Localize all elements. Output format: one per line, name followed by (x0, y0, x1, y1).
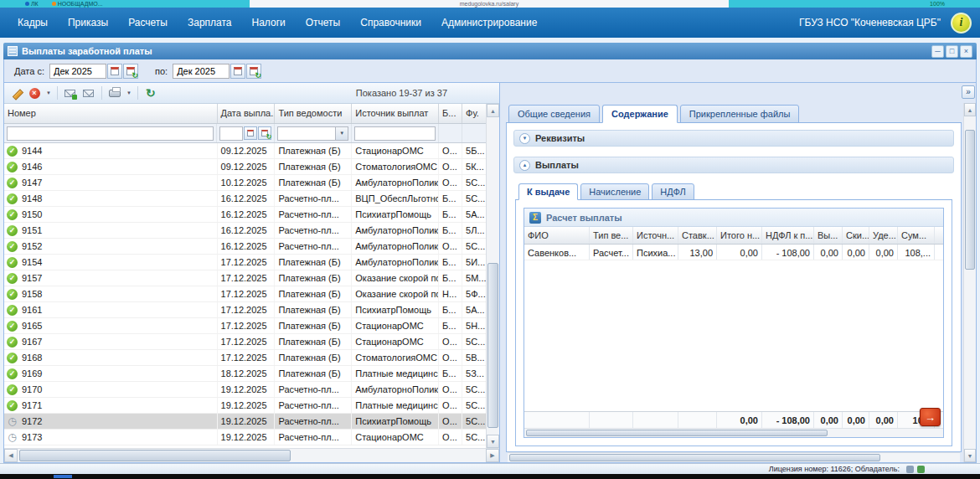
detail-tab[interactable]: Общие сведения (508, 105, 600, 123)
scroll-thumb[interactable] (526, 430, 828, 436)
delete-menu-caret-icon[interactable]: ▼ (46, 90, 51, 95)
menu-item[interactable]: Кадры (8, 13, 57, 33)
send-mail-button[interactable] (62, 85, 79, 101)
table-row[interactable]: 9148 16.12.2025 Расчетно-пл... ВЦП_Обесп… (4, 191, 486, 207)
calc-column-header[interactable]: Итого н... (717, 227, 762, 244)
column-header[interactable]: Источник выплат (352, 104, 439, 123)
column-header[interactable]: Фу. (462, 104, 486, 123)
scroll-down-arrow[interactable]: ▼ (964, 449, 976, 462)
table-row[interactable]: 9161 17.12.2025 Платежная (Б) ПсихиатрПо… (4, 302, 486, 318)
table-row[interactable]: 9146 09.12.2025 Платежная (Б) Стоматолог… (4, 159, 486, 175)
table-row[interactable]: 9172 19.12.2025 Расчетно-пл... ПсихиатрП… (4, 414, 486, 430)
scroll-up-arrow[interactable]: ▲ (964, 103, 976, 116)
info-icon[interactable]: i (951, 13, 972, 33)
section-payments[interactable]: ▲ Выплаты (513, 157, 954, 173)
cell-date: 19.12.2025 (218, 430, 276, 445)
minimize-button[interactable]: ─ (931, 45, 944, 58)
scroll-thumb[interactable] (965, 130, 975, 270)
filter-source-input[interactable] (354, 126, 436, 141)
collapse-toggle-icon[interactable]: ▼ (519, 133, 530, 144)
table-row[interactable]: 9165 17.12.2025 Платежная (Б) СтационарО… (4, 318, 486, 334)
date-to-input[interactable] (173, 64, 230, 79)
chevron-down-icon[interactable]: ▼ (335, 127, 348, 140)
table-row[interactable]: 9147 10.12.2025 Платежная (Б) Амбулаторн… (4, 175, 486, 191)
calc-column-header[interactable]: Ски... (843, 227, 869, 244)
delete-button[interactable]: × (26, 85, 43, 101)
menu-item[interactable]: Налоги (243, 13, 295, 33)
edit-button[interactable] (8, 85, 24, 101)
close-button[interactable]: × (960, 45, 972, 58)
table-row[interactable]: 9150 16.12.2025 Расчетно-пл... ПсихиатрП… (4, 207, 486, 223)
column-header[interactable]: Номер (4, 104, 218, 123)
calc-column-header[interactable]: ФИО (524, 227, 590, 244)
table-row[interactable]: 9170 19.12.2025 Расчетно-пл... Амбулатор… (4, 382, 486, 398)
scroll-up-arrow[interactable]: ▲ (487, 104, 499, 117)
menu-item[interactable]: Администрирование (432, 13, 546, 33)
payment-tab[interactable]: НДФЛ (652, 183, 694, 200)
scroll-down-arrow[interactable]: ▼ (487, 435, 499, 448)
scroll-thumb[interactable] (19, 450, 291, 461)
calendar-refresh-icon[interactable] (123, 64, 138, 79)
collapse-toggle-icon[interactable]: ▲ (519, 160, 530, 171)
mail-button[interactable] (80, 85, 97, 101)
scroll-left-arrow[interactable]: ◀ (4, 449, 18, 462)
table-row[interactable]: 9152 16.12.2025 Расчетно-пл... Амбулатор… (4, 239, 486, 255)
calendar-icon[interactable] (230, 64, 245, 79)
scroll-thumb[interactable] (509, 454, 880, 461)
table-row[interactable]: 9171 19.12.2025 Расчетно-пл... Платные м… (4, 398, 486, 414)
report-icon[interactable]: → (920, 408, 941, 426)
table-row[interactable]: 9151 16.12.2025 Расчетно-пл... Амбулатор… (4, 223, 486, 239)
calc-column-header[interactable]: НДФЛ к п... (762, 227, 814, 244)
status-icon[interactable] (917, 466, 925, 473)
detail-tabstrip: Общие сведенияСодержаниеПрикрепленные фа… (506, 101, 962, 123)
table-row[interactable]: 9167 17.12.2025 Платежная (Б) СтационарО… (4, 334, 486, 350)
calc-column-header[interactable]: Уде... (869, 227, 898, 244)
table-row[interactable]: 9144 09.12.2025 Платежная (Б) СтационарО… (4, 143, 486, 159)
browser-tab[interactable]: ЛК (25, 1, 39, 7)
menu-item[interactable]: Расчеты (119, 13, 177, 33)
calc-column-header[interactable]: Тип ве... (590, 227, 633, 244)
status-icon[interactable] (906, 466, 914, 473)
menu-item[interactable]: Зарплата (178, 13, 241, 33)
date-from-input[interactable] (49, 64, 106, 79)
calc-row[interactable]: Савенков...Расчет...Психиа...13,000,00- … (524, 245, 943, 260)
scroll-thumb[interactable] (487, 263, 498, 428)
filter-number-input[interactable] (7, 126, 214, 141)
detail-tab[interactable]: Прикрепленные файлы (680, 105, 800, 123)
table-row[interactable]: 9154 17.12.2025 Платежная (Б) Амбулаторн… (4, 255, 486, 270)
scroll-right-arrow[interactable]: ▶ (486, 449, 499, 462)
calendar-icon[interactable] (107, 64, 122, 79)
table-row[interactable]: 9168 17.12.2025 Платежная (Б) Стоматолог… (4, 350, 486, 366)
address-bar[interactable]: medugolovka.ru/salary (250, 0, 729, 8)
column-header[interactable]: Б... (439, 104, 462, 123)
calc-column-header[interactable]: Источн... (633, 227, 678, 244)
detail-tab[interactable]: Содержание (602, 105, 678, 123)
calendar-refresh-icon[interactable] (246, 64, 261, 79)
calendar-refresh-icon[interactable] (258, 126, 271, 140)
table-row[interactable]: 9157 17.12.2025 Платежная (Б) Оказание с… (4, 270, 486, 286)
maximize-button[interactable]: □ (946, 45, 958, 58)
filter-type-combo[interactable]: ▼ (277, 126, 348, 141)
column-header[interactable]: Тип ведомости (275, 104, 352, 123)
calc-column-header[interactable]: Сум... (898, 227, 935, 244)
payment-tab[interactable]: Начисление (580, 183, 649, 200)
calc-column-header[interactable]: Вы... (814, 227, 843, 244)
print-menu-caret-icon[interactable]: ▼ (126, 90, 132, 95)
refresh-button[interactable]: ↻ (142, 85, 159, 101)
print-button[interactable] (106, 85, 123, 101)
filter-date-input[interactable] (219, 126, 243, 141)
table-row[interactable]: 9173 19.12.2025 Расчетно-пл... Стационар… (4, 430, 486, 446)
column-header[interactable]: Дата выпла... (218, 104, 276, 123)
menu-item[interactable]: Приказы (59, 13, 117, 33)
table-row[interactable]: 9169 18.12.2025 Платежная (Б) Платные ме… (4, 366, 486, 382)
browser-tab[interactable]: НООБЩАДМО... (52, 1, 103, 7)
calc-column-header[interactable]: Ставк... (678, 227, 717, 244)
table-row[interactable]: 9158 17.12.2025 Платежная (Б) Оказание с… (4, 286, 486, 302)
payment-tab[interactable]: К выдаче (518, 183, 578, 200)
calendar-icon[interactable] (244, 126, 257, 140)
section-requisites[interactable]: ▼ Реквизиты (513, 130, 954, 147)
menu-item[interactable]: Справочники (351, 13, 431, 33)
menu-item[interactable]: Отчеты (297, 13, 349, 33)
collapse-panel-button[interactable]: » (962, 85, 975, 99)
taskbar-app-icon[interactable] (54, 475, 72, 478)
